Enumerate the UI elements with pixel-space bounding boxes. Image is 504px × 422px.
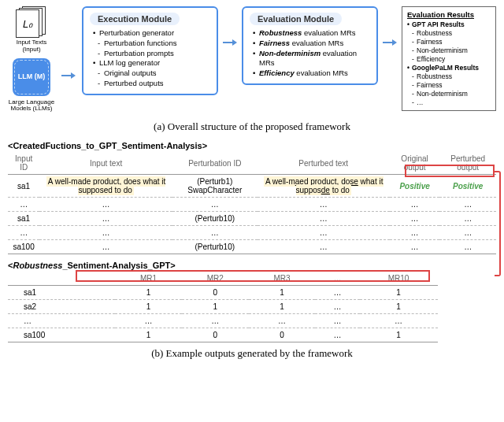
table-created-functions: Input ID Input text Perturbation ID Pert… — [8, 152, 496, 254]
modules-row: Execution Module Perturbation generator … — [82, 6, 496, 113]
table-header: … — [315, 272, 359, 286]
llm-icon: LLM (M) — [13, 58, 50, 96]
execution-module: Execution Module Perturbation generator … — [82, 6, 218, 95]
table-header: MR1 — [115, 272, 182, 286]
list-item: GPT API Results — [407, 20, 491, 29]
table-row: sa1101…1 — [8, 286, 438, 300]
list-item: GooglePaLM Results — [407, 64, 491, 72]
caption-a: (a) Overall structure of the proposed fr… — [0, 120, 504, 133]
table-header-row: MR1 MR2 MR3 … MR10 — [8, 272, 438, 286]
example-outputs: <CreatedFuctions_to_GPT_Sentiment-Analys… — [0, 141, 504, 342]
list-item: Non-determinism — [407, 90, 491, 98]
evaluation-module-title: Evaluation Module — [250, 13, 342, 25]
llm-label: Large Language Models (LLMs) — [8, 99, 55, 113]
table-row: ……………… — [8, 226, 496, 240]
table-row: ……………… — [8, 314, 438, 328]
table-row: sa100100…1 — [8, 328, 438, 342]
execution-module-title: Execution Module — [90, 13, 180, 25]
table-robustness: MR1 MR2 MR3 … MR10 sa1101…1 sa2111…1 ………… — [8, 272, 438, 342]
table-header: Perturbed output — [439, 152, 496, 175]
list-item: Non-determinism — [407, 46, 491, 55]
execution-module-list: Perturbation generator Perturbation func… — [90, 28, 210, 89]
table-header: Input text — [39, 152, 172, 175]
list-item: … — [407, 98, 491, 107]
evaluation-module: Evaluation Module Robustness evaluation … — [242, 6, 378, 85]
list-item: Fairness — [407, 38, 491, 46]
list-item: Efficiency — [407, 55, 491, 64]
table-row: sa1…(Perturb10)……… — [8, 212, 496, 226]
table-header-row: Input ID Input text Perturbation ID Pert… — [8, 152, 496, 175]
arrow-icon — [61, 6, 76, 113]
table-a-title: <CreatedFuctions_to_GPT_Sentiment-Analys… — [8, 141, 496, 150]
arrow-icon — [383, 6, 397, 47]
table-header: MR3 — [249, 272, 316, 286]
evaluation-module-list: Robustness evaluation MRs Fairness evalu… — [250, 28, 370, 79]
table-header: MR10 — [360, 272, 438, 286]
list-item: Robustness — [407, 29, 491, 38]
list-item: Efficiency evaluation MRs — [253, 68, 370, 79]
list-item: Fairness — [407, 81, 491, 90]
list-item: Original outputs — [93, 68, 210, 79]
framework-diagram: L₀ Input Texts (Input) LLM (M) Large Lan… — [0, 0, 504, 116]
table-header — [8, 272, 115, 286]
evaluation-results-list: GPT API Results Robustness Fairness Non-… — [407, 20, 491, 107]
table-header: Perturbation ID — [172, 152, 258, 175]
evaluation-results-title: Evaluation Results — [407, 10, 491, 19]
list-item: Perturbed outputs — [93, 79, 210, 89]
cell-input-text: A well-made product, does what it suppos… — [39, 175, 172, 198]
table-header: Original output — [390, 152, 440, 175]
caption-b: (b) Example outputs generated by the fra… — [0, 347, 504, 360]
cell-perturbed-output: Positive — [439, 175, 496, 198]
inputs-column: L₀ Input Texts (Input) LLM (M) Large Lan… — [8, 6, 55, 113]
input-texts-icon: L₀ — [16, 6, 47, 38]
table-row: sa1 A well-made product, does what it su… — [8, 175, 496, 198]
cell-perturbed-text: A well-maed product, dose what it suppos… — [258, 175, 390, 198]
list-item: LLM log generator — [93, 58, 210, 68]
input-texts-label: Input Texts (Input) — [8, 39, 55, 54]
list-item: Fairness evaluation MRs — [253, 39, 370, 49]
list-item: Non-determinism evaluation MRs — [253, 49, 370, 69]
cell-perturb-id: (Perturb1) SwapCharacter — [172, 175, 258, 198]
list-item: Perturbation functions — [93, 39, 210, 49]
list-item: Robustness evaluation MRs — [253, 28, 370, 39]
arrow-icon — [223, 6, 237, 47]
cell-original-output: Positive — [390, 175, 440, 198]
list-item: Perturbation generator — [93, 28, 210, 39]
cell-input-id: sa1 — [8, 175, 39, 198]
table-header: Input ID — [8, 152, 39, 175]
table-row: ……………… — [8, 198, 496, 212]
list-item: Perturbation prompts — [93, 49, 210, 59]
list-item: Robustness — [407, 72, 491, 81]
table-row: sa100…(Perturb10)……… — [8, 240, 496, 254]
table-row: sa2111…1 — [8, 300, 438, 314]
table-header: MR2 — [182, 272, 249, 286]
table-header: Perturbed text — [258, 152, 390, 175]
table-b-title: <Robustness_Sentiment-Analysis_GPT> — [8, 261, 496, 270]
evaluation-results-box: Evaluation Results GPT API Results Robus… — [402, 6, 496, 111]
